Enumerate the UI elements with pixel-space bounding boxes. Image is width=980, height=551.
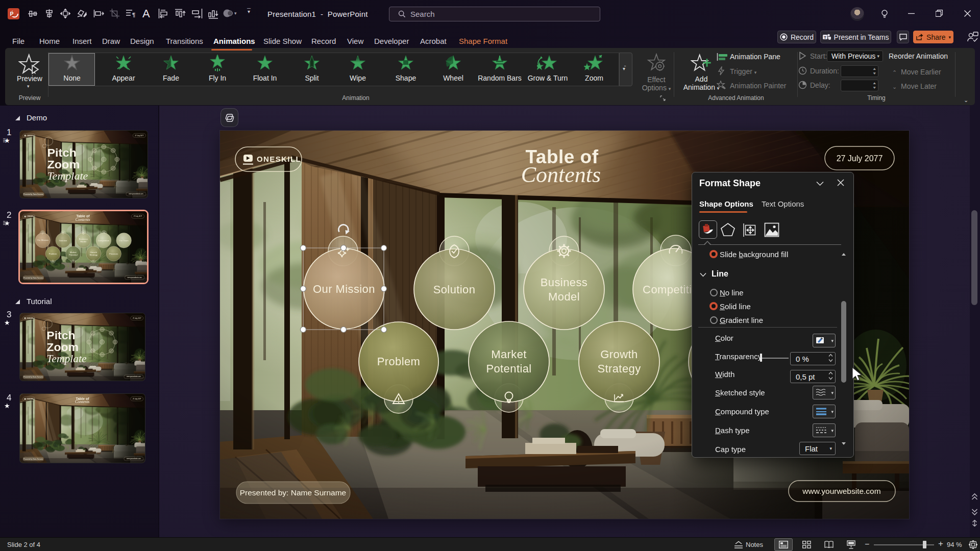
svg-text:T: T (824, 35, 826, 39)
svg-text:P: P (10, 11, 13, 17)
svg-text:¶: ¶ (132, 12, 135, 18)
